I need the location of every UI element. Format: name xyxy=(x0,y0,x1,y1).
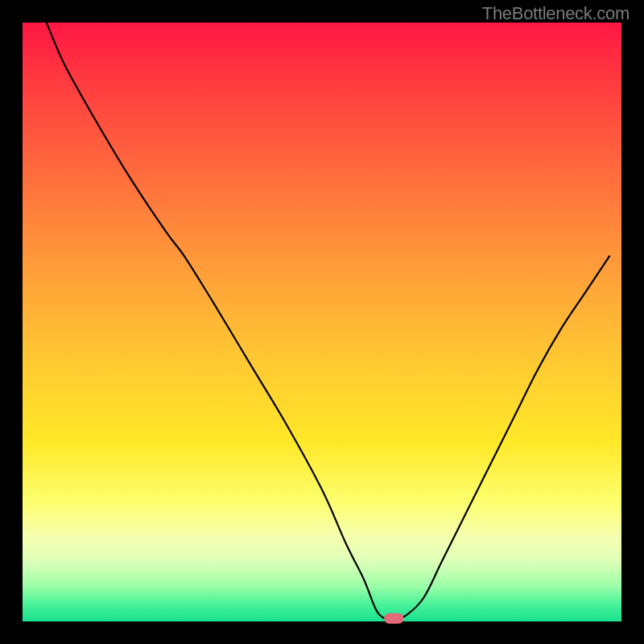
chart-svg xyxy=(0,0,644,644)
watermark-label: TheBottleneck.com xyxy=(482,3,630,24)
optimal-point-marker xyxy=(384,613,403,624)
chart-container: TheBottleneck.com xyxy=(0,0,644,644)
plot-background xyxy=(23,23,621,621)
